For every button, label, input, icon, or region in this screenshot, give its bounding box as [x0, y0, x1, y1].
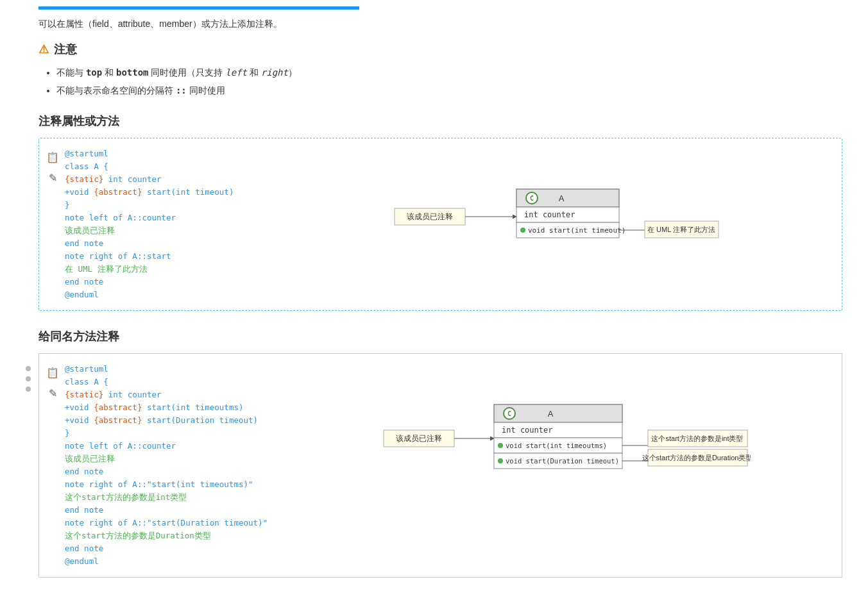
- diagram-visual-1: 该成员已注释 C A int counter void start(int ti…: [264, 147, 833, 282]
- svg-text:A: A: [547, 409, 553, 419]
- warning-title-text: 注意: [54, 42, 77, 57]
- top-bar: [38, 6, 359, 10]
- svg-text:C: C: [507, 410, 511, 417]
- diagram-visual-2: 该成员已注释 C A int counter void start(int ti…: [283, 363, 833, 517]
- svg-point-10: [520, 228, 525, 233]
- code-block-1: @startuml class A { {static} int counter…: [65, 147, 264, 301]
- copy-button-2[interactable]: 📋: [46, 365, 60, 379]
- warning-item-2: 不能与表示命名空间的分隔符 :: 同时使用: [56, 81, 842, 99]
- svg-text:该成员已注释: 该成员已注释: [407, 212, 453, 221]
- svg-text:int counter: int counter: [502, 426, 552, 435]
- section2-container: 📋 ✎ @startuml class A { {static} int cou…: [38, 353, 842, 578]
- code-actions-2: 📋 ✎: [46, 365, 60, 400]
- svg-text:这个start方法的参数是int类型: 这个start方法的参数是int类型: [651, 435, 743, 442]
- section1-container: 📋 ✎ @startuml class A { {static} int cou…: [38, 138, 842, 311]
- svg-point-29: [498, 458, 503, 463]
- svg-text:int counter: int counter: [524, 210, 575, 219]
- warning-item-1: 不能与 该成员已注释top 和 bottom 同时使用（只支持 left 和 r…: [56, 63, 842, 81]
- svg-text:该成员已注释: 该成员已注释: [396, 434, 442, 442]
- dot-2: [26, 376, 31, 381]
- dot-3: [26, 387, 31, 392]
- edit-button-2[interactable]: ✎: [46, 386, 60, 400]
- warning-section: ⚠ 注意 不能与 该成员已注释top 和 bottom 同时使用（只支持 lef…: [38, 42, 842, 99]
- svg-text:A: A: [558, 194, 564, 203]
- diagram-svg-1: 该成员已注释 C A int counter void start(int ti…: [388, 151, 722, 285]
- warning-list: 不能与 该成员已注释top 和 bottom 同时使用（只支持 left 和 r…: [38, 63, 842, 99]
- svg-text:在 UML 注释了此方法: 在 UML 注释了此方法: [647, 226, 715, 233]
- svg-text:C: C: [529, 195, 533, 202]
- code-actions-1: 📋 ✎: [46, 150, 60, 185]
- dot-1: [26, 366, 31, 371]
- intro-text: 可以在属性（field、attribute、member）或方法上添加注释。: [38, 19, 842, 30]
- svg-point-26: [498, 443, 503, 448]
- diagram-svg-2: 该成员已注释 C A int counter void start(int ti…: [379, 366, 751, 520]
- svg-text:void start(Duration timeout): void start(Duration timeout): [506, 457, 619, 465]
- svg-text:void start(int timeout): void start(int timeout): [528, 226, 625, 235]
- warning-title: ⚠ 注意: [38, 42, 842, 57]
- svg-text:void start(int timeoutms): void start(int timeoutms): [506, 442, 607, 449]
- edit-button-1[interactable]: ✎: [46, 171, 60, 185]
- section2-title: 给同名方法注释: [38, 329, 842, 344]
- svg-text:这个start方法的参数是Duration类型: 这个start方法的参数是Duration类型: [642, 454, 750, 462]
- code-block-2: @startuml class A { {static} int counter…: [65, 363, 283, 568]
- warning-icon: ⚠: [38, 42, 49, 56]
- copy-button-1[interactable]: 📋: [46, 150, 60, 164]
- section1-title: 注释属性或方法: [38, 113, 842, 129]
